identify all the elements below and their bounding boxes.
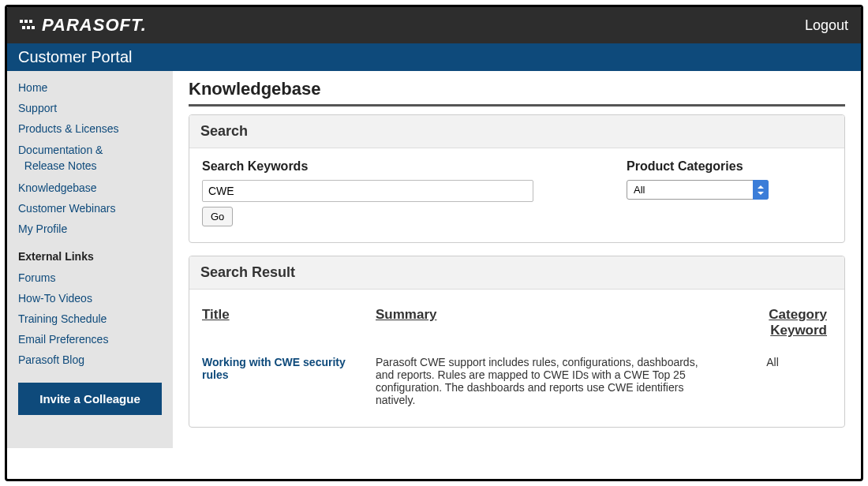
svg-rect-3 — [22, 26, 25, 29]
col-title[interactable]: Title — [202, 301, 376, 351]
result-category: All — [721, 351, 832, 411]
sidebar-item-webinars[interactable]: Customer Webinars — [7, 198, 173, 219]
search-panel-title: Search — [189, 115, 844, 148]
product-categories-select[interactable]: All — [627, 180, 769, 200]
result-summary: Parasoft CWE support includes rules, con… — [376, 351, 721, 411]
sidebar-item-my-profile[interactable]: My Profile — [7, 219, 173, 239]
sidebar-item-howto-videos[interactable]: How-To Videos — [7, 288, 173, 308]
sidebar-item-documentation[interactable]: Documentation & Release Notes — [7, 139, 173, 178]
sidebar-item-forums[interactable]: Forums — [7, 267, 173, 288]
svg-rect-1 — [24, 20, 28, 23]
invite-colleague-button[interactable]: Invite a Colleague — [18, 383, 162, 415]
svg-rect-5 — [32, 26, 35, 29]
page-title: Knowledgebase — [189, 79, 845, 99]
sidebar-external-list: Forums How-To Videos Training Schedule E… — [7, 267, 173, 370]
result-table: Title Summary Category Keyword Working w… — [202, 301, 832, 411]
title-divider — [189, 104, 845, 107]
sidebar-item-training-schedule[interactable]: Training Schedule — [7, 308, 173, 329]
svg-rect-0 — [20, 20, 23, 23]
sidebar-item-knowledgebase[interactable]: Knowledgebase — [7, 178, 173, 198]
logout-link[interactable]: Logout — [805, 17, 848, 34]
col-summary[interactable]: Summary — [376, 301, 721, 351]
parasoft-icon — [20, 18, 37, 32]
result-panel-title: Search Result — [189, 256, 844, 290]
topbar: PARASOFT. Logout — [7, 7, 861, 43]
brand-text: PARASOFT. — [42, 15, 147, 36]
search-keywords-label: Search Keywords — [202, 159, 595, 174]
svg-rect-4 — [27, 26, 30, 29]
sidebar-nav-list: Home Support Products & Licenses Documen… — [7, 77, 173, 239]
sidebar-item-parasoft-blog[interactable]: Parasoft Blog — [7, 350, 173, 370]
result-panel: Search Result Title Summary Category Key… — [189, 256, 845, 428]
sidebar: Home Support Products & Licenses Documen… — [7, 71, 173, 448]
subheader: Customer Portal — [7, 43, 861, 71]
col-category[interactable]: Category Keyword — [721, 301, 832, 351]
result-link[interactable]: Working with CWE security rules — [202, 356, 346, 381]
main-content: Knowledgebase Search Search Keywords Go … — [173, 71, 861, 448]
sidebar-item-products-licenses[interactable]: Products & Licenses — [7, 118, 173, 139]
brand-logo: PARASOFT. — [20, 15, 147, 36]
svg-rect-2 — [29, 20, 32, 23]
sidebar-item-support[interactable]: Support — [7, 98, 173, 118]
go-button[interactable]: Go — [202, 207, 233, 226]
sidebar-item-home[interactable]: Home — [7, 77, 173, 98]
search-keywords-input[interactable] — [202, 180, 533, 202]
sidebar-external-heading: External Links — [7, 239, 173, 267]
search-panel: Search Search Keywords Go Product Catego… — [189, 114, 845, 243]
product-categories-label: Product Categories — [627, 159, 832, 174]
portal-title: Customer Portal — [18, 48, 133, 65]
table-row: Working with CWE security rules Parasoft… — [202, 351, 832, 411]
app-frame: PARASOFT. Logout Customer Portal Home Su… — [5, 5, 863, 481]
sidebar-item-email-preferences[interactable]: Email Preferences — [7, 329, 173, 350]
content-area: Home Support Products & Licenses Documen… — [7, 71, 861, 448]
